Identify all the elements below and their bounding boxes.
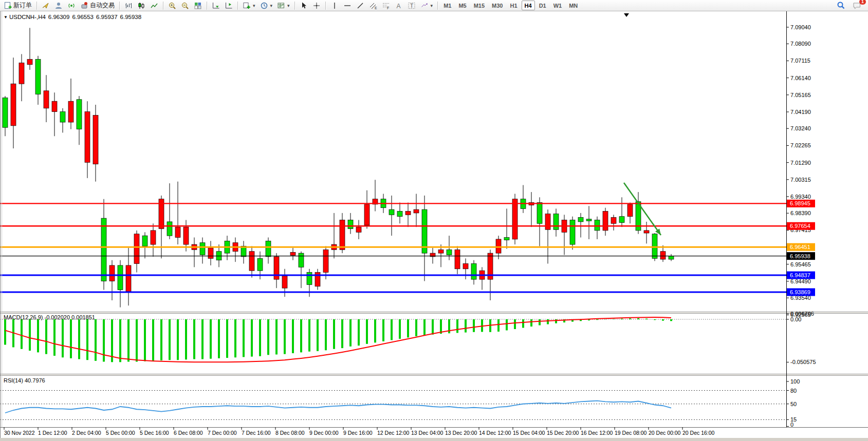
timeframe-button-m15[interactable]: M15: [471, 1, 488, 10]
dropdown-caret: ▾: [270, 3, 273, 8]
macd-label: MACD(12,26,9) -0.002020 0.001851: [4, 314, 95, 320]
crosshair-button[interactable]: [310, 1, 323, 10]
macd-tick-label: -0.050575: [790, 359, 816, 365]
macd-tick-label: 0.00: [790, 316, 801, 322]
auto-trading-button[interactable]: 自动交易: [78, 1, 117, 10]
candle-body-up: [669, 256, 674, 259]
candle-body-down: [249, 252, 254, 271]
candle-body-down: [496, 239, 501, 253]
dropdown-caret: ▾: [287, 3, 290, 8]
candle-body-up: [257, 258, 263, 271]
fibonacci-icon: F: [382, 2, 390, 10]
candle-body-down: [290, 252, 296, 255]
time-tick-label: 13 Dec 04:00: [411, 430, 444, 436]
timeframe-button-h1[interactable]: H1: [507, 1, 521, 10]
candle-body-down: [282, 276, 287, 288]
timeframe-button-m1[interactable]: M1: [440, 1, 454, 10]
clock-icon: [260, 2, 268, 10]
time-tick-label: 2 Dec 04:00: [72, 430, 101, 436]
trendline-button[interactable]: [354, 1, 366, 10]
search-icon: [837, 1, 845, 10]
candle-body-up: [504, 238, 509, 240]
trendline-icon: [356, 2, 364, 10]
timeframe-button-d1[interactable]: D1: [536, 1, 549, 10]
candle-body-down: [68, 101, 73, 122]
zoom-in-button[interactable]: [166, 1, 178, 10]
price-tick-label: 7.03240: [790, 125, 811, 131]
news-signal-button[interactable]: [65, 1, 78, 10]
price-badge-label: 6.98945: [790, 200, 810, 206]
chart-line-button[interactable]: [148, 1, 160, 10]
profile-button[interactable]: [52, 1, 65, 10]
market-watch-button[interactable]: [40, 1, 52, 10]
zoom-out-button[interactable]: [179, 1, 191, 10]
new-order-label: 新订单: [13, 1, 32, 10]
candle-body-down: [644, 231, 649, 233]
svg-text:T: T: [410, 3, 413, 9]
svg-text:A: A: [396, 2, 400, 9]
candle-body-up: [3, 98, 8, 127]
auto-scroll-icon: [212, 2, 220, 10]
price-tick-label: 7.06140: [790, 75, 811, 81]
channel-button[interactable]: E: [367, 1, 379, 10]
chart-candles-button[interactable]: [135, 1, 147, 10]
macd-name: MACD(12,26,9): [4, 314, 43, 320]
candle-body-down: [134, 234, 139, 264]
price-badge-label: 6.97654: [790, 223, 810, 229]
candle-body-up: [578, 217, 583, 222]
candle-body-up: [142, 236, 147, 246]
vertical-line-button[interactable]: [328, 1, 341, 10]
cursor-icon: [300, 2, 308, 10]
chart-bars-button[interactable]: [122, 1, 135, 10]
candle-body-down: [323, 250, 328, 272]
arrows-button[interactable]: ▾: [418, 1, 435, 10]
templates-button[interactable]: ▾: [275, 1, 292, 10]
ohlc-high: 6.96553: [72, 14, 94, 20]
text-label-icon: T: [408, 2, 416, 10]
timeframe-button-mn[interactable]: MN: [566, 1, 581, 10]
horizontal-line-button[interactable]: [341, 1, 354, 10]
auto-scroll-button[interactable]: [210, 1, 222, 10]
text-button[interactable]: A: [393, 1, 405, 10]
tile-windows-icon: [194, 2, 202, 10]
candle-body-down: [414, 209, 419, 213]
time-tick-label: 9 Dec 00:00: [309, 430, 339, 436]
label-button[interactable]: T: [405, 1, 418, 10]
chart-area[interactable]: 7.090407.080907.071157.061407.051657.041…: [0, 0, 868, 441]
cursor-button[interactable]: [298, 1, 310, 10]
tile-windows-button[interactable]: [192, 1, 204, 10]
candle-body-down: [151, 231, 156, 244]
fibonacci-button[interactable]: F: [380, 1, 392, 10]
expert-advisor-icon: [80, 2, 88, 10]
time-tick-label: 19 Dec 08:00: [615, 430, 647, 436]
price-badge-label: 6.94837: [790, 272, 810, 278]
candle-body-down: [463, 264, 468, 269]
notifications-button[interactable]: 1: [851, 1, 863, 10]
toolbar-right: 1: [835, 1, 866, 10]
new-order-icon: [4, 2, 12, 10]
periodicity-button[interactable]: ▾: [258, 1, 275, 10]
search-button[interactable]: [835, 1, 847, 10]
rsi-tick-label: 80: [790, 388, 797, 394]
price-tick-label: 7.02265: [790, 142, 811, 148]
timeframe-button-w1[interactable]: W1: [550, 1, 565, 10]
chart-shift-button[interactable]: [223, 1, 235, 10]
timeframe-button-m30[interactable]: M30: [489, 1, 506, 10]
candle-body-up: [118, 265, 123, 290]
candle-body-up: [348, 220, 353, 229]
chart-title: ▼USDCNH-,H46.963096.965536.959376.95938: [4, 14, 144, 20]
time-tick-label: 30 Nov 2022: [4, 430, 35, 436]
toolbar-separator: [119, 2, 120, 10]
rsi-tick-label: 0: [790, 421, 793, 428]
rsi-tick-label: 100: [790, 378, 800, 385]
price-badge-label: 6.95938: [790, 253, 810, 259]
timeframe-button-m5[interactable]: M5: [455, 1, 469, 10]
time-tick-label: 7 Dec 00:00: [208, 430, 237, 436]
time-tick-label: 12 Dec 12:00: [377, 430, 410, 436]
timeframe-button-h4[interactable]: H4: [522, 1, 535, 10]
new-chart-button[interactable]: ▾: [241, 1, 257, 10]
candle-body-up: [167, 222, 172, 236]
new-order-button[interactable]: 新订单: [2, 1, 34, 10]
candle-body-down: [208, 248, 213, 258]
svg-text:E: E: [375, 6, 377, 9]
